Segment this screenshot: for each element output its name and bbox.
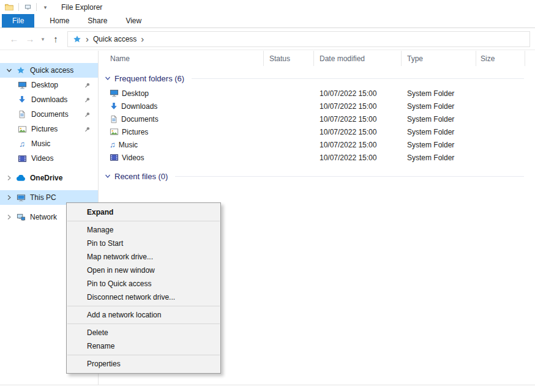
- type-cell: System Folder: [402, 153, 476, 162]
- documents-icon: [110, 115, 118, 124]
- sidebar-item-videos[interactable]: Videos: [0, 151, 98, 166]
- sidebar-item-label: Network: [30, 213, 57, 221]
- file-row-videos[interactable]: Videos 10/07/2022 15:00 System Folder: [103, 151, 535, 164]
- sidebar-item-label: Pictures: [31, 125, 58, 133]
- file-row-downloads[interactable]: Downloads 10/07/2022 15:00 System Folder: [103, 100, 535, 113]
- file-row-documents[interactable]: Documents 10/07/2022 15:00 System Folder: [103, 113, 535, 125]
- sidebar-item-label: Downloads: [31, 95, 67, 104]
- chevron-right-icon[interactable]: [4, 175, 15, 181]
- pin-icon: [84, 82, 91, 89]
- name-cell: Pictures: [103, 127, 264, 136]
- sidebar-item-desktop[interactable]: Desktop: [0, 78, 98, 92]
- pictures-icon: [16, 125, 28, 134]
- chevron-down-icon[interactable]: [103, 173, 112, 179]
- file-explorer-window: ▾ File Explorer File Home Share View ← →…: [0, 0, 535, 392]
- file-name: Desktop: [122, 89, 149, 98]
- documents-icon: [16, 110, 28, 119]
- menu-separator: [67, 355, 220, 355]
- name-cell: Downloads: [103, 102, 264, 111]
- column-header-date-modified[interactable]: Date modified: [314, 51, 402, 66]
- column-header-size[interactable]: Size: [476, 51, 525, 66]
- file-row-music[interactable]: ♫ Music 10/07/2022 15:00 System Folder: [103, 138, 535, 151]
- file-name: Music: [119, 141, 138, 149]
- back-button[interactable]: ←: [6, 32, 22, 46]
- group-rule: [192, 78, 524, 79]
- group-label: Recent files (0): [114, 172, 168, 181]
- menu-item-open-in-new-window[interactable]: Open in new window: [67, 264, 220, 277]
- menu-item-pin-to-start[interactable]: Pin to Start: [67, 237, 220, 250]
- menu-item-add-network-location[interactable]: Add a network location: [67, 308, 220, 322]
- menu-item-disconnect-network-drive[interactable]: Disconnect network drive...: [67, 290, 220, 304]
- chevron-down-icon[interactable]: [103, 75, 112, 81]
- sidebar-item-downloads[interactable]: Downloads: [0, 92, 98, 107]
- address-bar[interactable]: › Quick access ›: [67, 31, 530, 47]
- tab-spacer: [34, 14, 40, 28]
- type-cell: System Folder: [402, 141, 476, 149]
- date-modified-cell: 10/07/2022 15:00: [314, 153, 402, 162]
- desktop-icon: [110, 89, 119, 98]
- sidebar-item-label: Quick access: [30, 66, 73, 75]
- group-header-frequent-folders[interactable]: Frequent folders (6): [103, 70, 535, 87]
- group-label: Frequent folders (6): [114, 74, 184, 83]
- chevron-right-icon[interactable]: [4, 194, 15, 201]
- up-button[interactable]: ↑: [48, 32, 64, 46]
- videos-icon: [110, 153, 119, 162]
- network-icon: [15, 213, 27, 222]
- sidebar-item-label: Documents: [31, 110, 69, 119]
- sidebar-group-gap: [0, 166, 98, 171]
- file-name: Downloads: [121, 102, 157, 111]
- group-header-recent-files[interactable]: Recent files (0): [103, 168, 535, 185]
- explorer-folder-icon: [4, 3, 14, 11]
- menu-item-map-network-drive[interactable]: Map network drive...: [67, 250, 220, 264]
- ribbon-tabs: File Home Share View: [0, 14, 535, 28]
- column-header-status[interactable]: Status: [264, 51, 314, 66]
- quick-access-location-icon: [73, 35, 81, 43]
- file-name: Videos: [122, 153, 144, 162]
- column-headers: Name Status Date modified Type Size: [103, 51, 535, 66]
- breadcrumb-chevron[interactable]: ›: [86, 34, 89, 43]
- column-header-type[interactable]: Type: [402, 51, 476, 66]
- tab-home[interactable]: Home: [40, 14, 78, 28]
- forward-button[interactable]: →: [22, 32, 38, 46]
- menu-separator: [67, 221, 220, 221]
- group-rule: [175, 176, 524, 177]
- quick-access-toolbar-icon[interactable]: [23, 3, 32, 12]
- tab-view[interactable]: View: [116, 14, 151, 28]
- desktop-icon: [16, 81, 28, 90]
- menu-item-manage[interactable]: Manage: [67, 223, 220, 237]
- menu-item-delete[interactable]: Delete: [67, 326, 220, 339]
- menu-item-rename[interactable]: Rename: [67, 339, 220, 353]
- column-header-name[interactable]: Name: [103, 51, 264, 66]
- menu-item-properties[interactable]: Properties: [67, 357, 220, 371]
- date-modified-cell: 10/07/2022 15:00: [314, 141, 402, 149]
- pin-icon: [84, 126, 91, 133]
- sidebar-item-music[interactable]: ♫ Music: [0, 136, 98, 151]
- sidebar-item-documents[interactable]: Documents: [0, 107, 98, 122]
- sidebar-item-onedrive[interactable]: OneDrive: [0, 171, 98, 185]
- sidebar-item-pictures[interactable]: Pictures: [0, 122, 98, 136]
- chevron-right-icon[interactable]: [4, 214, 15, 220]
- name-cell: Videos: [103, 153, 264, 162]
- this-pc-icon: [15, 193, 27, 202]
- downloads-icon: [16, 95, 28, 104]
- menu-item-expand[interactable]: Expand: [67, 205, 220, 219]
- date-modified-cell: 10/07/2022 15:00: [314, 128, 402, 136]
- type-cell: System Folder: [402, 89, 476, 98]
- recent-locations-dropdown[interactable]: ▾: [38, 32, 48, 46]
- breadcrumb-quick-access[interactable]: Quick access: [93, 35, 137, 43]
- type-cell: System Folder: [402, 128, 476, 136]
- tab-share[interactable]: Share: [78, 14, 116, 28]
- sidebar-item-quick-access[interactable]: Quick access: [0, 63, 98, 78]
- chevron-down-icon[interactable]: [4, 67, 15, 73]
- breadcrumb-chevron[interactable]: ›: [141, 34, 144, 43]
- file-row-pictures[interactable]: Pictures 10/07/2022 15:00 System Folder: [103, 125, 535, 138]
- tab-file[interactable]: File: [2, 14, 34, 28]
- type-cell: System Folder: [402, 102, 476, 111]
- file-name: Documents: [121, 115, 159, 124]
- file-name: Pictures: [122, 128, 148, 136]
- qat-customize-dropdown-icon[interactable]: ▾: [41, 3, 50, 12]
- menu-item-pin-to-quick-access[interactable]: Pin to Quick access: [67, 277, 220, 290]
- file-row-desktop[interactable]: Desktop 10/07/2022 15:00 System Folder: [103, 87, 535, 100]
- date-modified-cell: 10/07/2022 15:00: [314, 115, 402, 124]
- pictures-icon: [110, 127, 119, 136]
